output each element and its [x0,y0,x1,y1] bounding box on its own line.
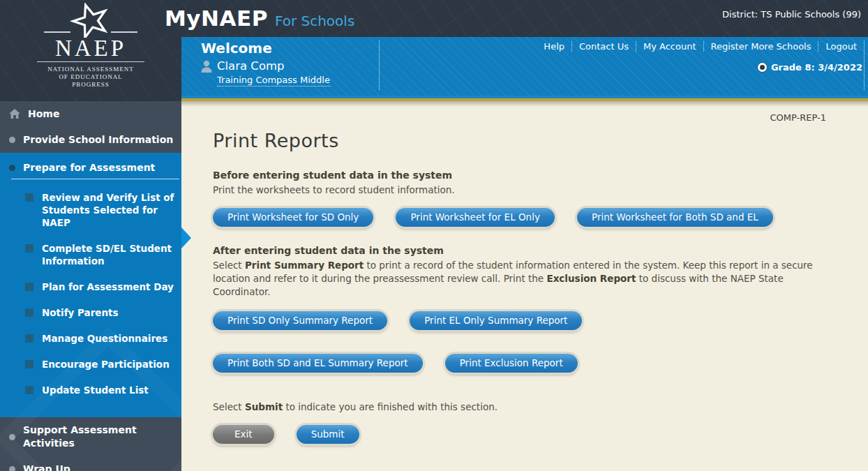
square-bullet-icon [25,283,33,291]
vertical-dotted-divider [379,40,380,90]
sidebar-item-home[interactable]: Home [0,101,181,127]
square-bullet-icon [25,360,33,368]
sidebar-item-label: Complete SD/EL Student Information [42,242,174,267]
user-name: Clara Comp [217,59,285,73]
nav-link-logout[interactable]: Logout [818,41,864,52]
welcome-block: Welcome Clara Comp Training Compass Midd… [201,40,330,87]
bullet-icon [9,466,15,471]
welcome-bar: Welcome Clara Comp Training Compass Midd… [181,37,868,96]
app-brand: MyNAEPFor Schools [165,6,354,31]
radio-selected-icon [758,63,767,72]
print-worksheet-both-sd-el-button[interactable]: Print Worksheet for Both SD and EL [577,208,773,227]
sidebar-item-review-and-verify-list[interactable]: Review and Verify List of Students Selec… [0,191,181,229]
mynaep-app-window: NAEP NATIONAL ASSESSMENT OF EDUCATIONAL … [0,0,868,471]
nav-link-register-more-schools[interactable]: Register More Schools [703,41,818,52]
print-summary-report-emphasis: Print Summary Report [245,260,364,271]
sidebar-item-label: Home [28,107,59,121]
square-bullet-icon [25,308,33,317]
district-label: District: TS Public Schools (99) [722,9,861,20]
sidebar-item-prepare-for-assessment[interactable]: Prepare for Assessment [0,156,181,176]
print-el-only-summary-report-button[interactable]: Print EL Only Summary Report [410,311,582,330]
sidebar-item-complete-sd-el-student-information[interactable]: Complete SD/EL Student Information [0,242,181,267]
sidebar: NAEP NATIONAL ASSESSMENT OF EDUCATIONAL … [0,0,181,471]
school-name-link[interactable]: Training Compass Middle [217,75,330,87]
welcome-label: Welcome [201,40,330,57]
page-title: Print Reports [213,130,826,151]
footer-button-row: Exit Submit [213,425,826,444]
after-section-body: Select Print Summary Report to print a r… [213,259,821,299]
print-sd-only-summary-report-button[interactable]: Print SD Only Summary Report [213,311,387,330]
header-nav: Help Contact Us My Account Register More… [537,41,864,52]
worksheet-button-row: Print Worksheet for SD Only Print Worksh… [213,208,826,227]
grade-label: Grade 8: 3/4/2022 [771,62,862,73]
after-section-heading: After entering student data in the syste… [213,244,826,257]
submit-instruction: Select Submit to indicate you are finish… [213,401,821,414]
print-exclusion-report-button[interactable]: Print Exclusion Report [445,354,578,373]
vertical-dotted-divider [864,40,865,90]
nav-link-my-account[interactable]: My Account [636,41,703,52]
print-worksheet-sd-only-button[interactable]: Print Worksheet for SD Only [213,208,373,227]
summary-button-row-1: Print SD Only Summary Report Print EL On… [213,311,826,330]
sidebar-item-notify-parents[interactable]: Notify Parents [0,306,181,319]
nav-link-contact-us[interactable]: Contact Us [571,41,636,52]
submit-emphasis: Submit [245,401,283,412]
square-bullet-icon [25,244,33,253]
print-worksheet-el-only-button[interactable]: Print Worksheet for EL Only [396,208,554,227]
sidebar-item-label: Review and Verify List of Students Selec… [42,191,174,229]
app-title: MyNAEP [165,6,268,31]
naep-star-icon [38,3,143,38]
sidebar-item-label: Prepare for Assessment [23,162,155,173]
grade-selector[interactable]: Grade 8: 3/4/2022 [758,62,862,73]
sidebar-item-label: Plan for Assessment Day [42,281,174,293]
summary-button-row-2: Print Both SD and EL Summary Report Prin… [213,354,826,373]
square-bullet-icon [25,193,33,202]
bullet-icon [9,165,15,171]
naep-logo-caption: NATIONAL ASSESSMENT OF EDUCATIONAL PROGR… [31,66,150,89]
before-section-heading: Before entering student data in the syst… [213,169,826,182]
sidebar-item-label: Notify Parents [42,306,119,319]
naep-logo: NAEP NATIONAL ASSESSMENT OF EDUCATIONAL … [31,3,150,89]
before-section-body: Print the worksheets to record student i… [213,184,821,197]
user-icon [201,60,212,73]
sidebar-item-provide-school-information[interactable]: Provide School Information [0,127,181,153]
app-subtitle: For Schools [275,13,354,29]
bullet-icon [9,137,15,143]
top-header-band: MyNAEPFor Schools District: TS Public Sc… [181,0,868,37]
exclusion-report-emphasis: Exclusion Report [546,273,636,284]
square-bullet-icon [25,386,33,394]
submit-button[interactable]: Submit [297,425,359,444]
page-code: COMP-REP-1 [213,101,826,123]
nav-link-help[interactable]: Help [537,41,571,52]
sidebar-item-label: Provide School Information [23,133,173,147]
naep-logo-acronym: NAEP [31,38,150,59]
logo-divider [37,61,144,62]
exit-button[interactable]: Exit [213,425,274,444]
main-content: COMP-REP-1 Print Reports Before entering… [181,101,868,471]
square-bullet-icon [25,334,33,343]
sidebar-item-plan-for-assessment-day[interactable]: Plan for Assessment Day [0,281,181,293]
naep-logo-panel: NAEP NATIONAL ASSESSMENT OF EDUCATIONAL … [0,0,181,101]
print-both-sd-el-summary-report-button[interactable]: Print Both SD and EL Summary Report [213,354,423,373]
home-icon [9,109,20,119]
